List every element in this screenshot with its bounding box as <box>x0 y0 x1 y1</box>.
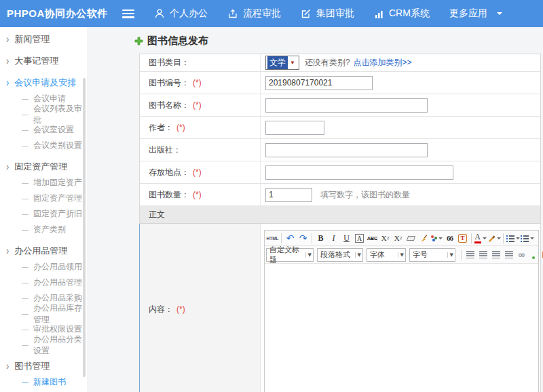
publisher-input[interactable] <box>265 143 428 157</box>
font-color-button[interactable]: A <box>474 232 487 245</box>
field-label: 图书数量： (*) <box>140 184 261 205</box>
align-justify-button[interactable] <box>503 248 515 261</box>
required-marker: (*) <box>193 78 202 87</box>
underline-button[interactable]: U <box>341 232 353 245</box>
dash-icon: — <box>22 195 29 202</box>
italic-button[interactable]: I <box>328 232 340 245</box>
form-row-book-no: 图书编号： (*) <box>140 72 540 94</box>
redo-button[interactable]: ↷ <box>297 232 310 245</box>
align-right-button[interactable] <box>490 248 502 261</box>
sidebar-item-new-book[interactable]: — 新建图书 <box>0 374 87 390</box>
clear-format-button[interactable] <box>418 232 430 245</box>
form-row-book-name: 图书名称： (*) <box>140 94 540 117</box>
font-size-select[interactable]: 字号▼ <box>409 248 455 262</box>
editor-content-area[interactable] <box>265 264 538 392</box>
book-category-select[interactable]: 文学 ▼ <box>265 56 299 70</box>
select-arrow-icon: ▼ <box>305 252 312 258</box>
dash-icon: — <box>22 95 29 102</box>
highlight-pen-button[interactable] <box>487 232 501 245</box>
dash-icon: — <box>22 226 29 233</box>
align-center-button[interactable] <box>477 248 489 261</box>
strikethrough-button[interactable]: ABC <box>367 232 379 245</box>
paragraph-format-select[interactable]: 段落格式▼ <box>317 248 363 262</box>
font-family-select[interactable]: 字体▼ <box>367 248 406 262</box>
sidebar-item-meeting-room-settings[interactable]: — 会议室设置 <box>0 122 87 138</box>
html-source-button[interactable]: HTML <box>267 232 279 245</box>
ordered-list-icon <box>506 235 514 242</box>
eraser-button[interactable] <box>405 232 417 245</box>
form-row-publisher: 出版社： <box>140 139 540 161</box>
chevron-right-icon: › <box>6 54 9 67</box>
caret-down-icon <box>497 237 501 241</box>
app-logo: PHPOA协同办公软件 <box>0 7 117 20</box>
field-label: 图书编号： (*) <box>140 72 261 94</box>
chevron-right-icon: › <box>6 244 9 257</box>
sidebar-item-fixed-asset-depreciation[interactable]: — 固定资产折旧 <box>0 206 87 222</box>
paste-text-button[interactable]: T <box>457 232 469 245</box>
dash-icon: — <box>22 279 29 286</box>
sidebar-group-news[interactable]: › 新闻管理 <box>0 31 87 47</box>
main-content: 图书信息发布 图书类目： 文学 ▼ 还没有类别? 点击添加类别>> 图书编号： … <box>87 27 543 392</box>
sidebar-group-meeting[interactable]: › 会议申请及安排 <box>0 74 87 91</box>
caret-down-icon <box>438 237 443 241</box>
add-category-link[interactable]: 点击添加类别>> <box>354 57 412 68</box>
location-input[interactable] <box>265 165 453 180</box>
sidebar-item-supplies-inventory[interactable]: — 办公用品库存管理 <box>0 306 87 321</box>
page-title: 图书信息发布 <box>134 35 543 47</box>
quantity-input[interactable] <box>265 188 312 202</box>
menu-toggle-icon[interactable] <box>122 9 134 18</box>
book-name-input[interactable] <box>265 98 428 113</box>
field-label: 内容： (*) <box>140 224 261 392</box>
sidebar-item-asset-category[interactable]: — 资产类别 <box>0 222 87 237</box>
eraser-icon <box>407 236 415 241</box>
top-navigation-bar: PHPOA协同办公软件 个人办公 流程审批 集团审批 CRM系统 更多应用 <box>0 0 543 27</box>
subscript-button[interactable]: X2 <box>392 232 405 245</box>
link-button[interactable]: ∞ <box>516 248 528 261</box>
unlink-button[interactable] <box>529 248 541 261</box>
nav-workflow-approval[interactable]: 流程审批 <box>227 7 281 20</box>
caret-down-icon <box>483 237 487 241</box>
nav-more-apps[interactable]: 更多应用 <box>449 7 487 20</box>
sidebar-item-add-fixed-asset[interactable]: — 增加固定资产 <box>0 175 87 191</box>
author-input[interactable] <box>265 121 324 135</box>
paint-format-button[interactable] <box>431 232 443 245</box>
required-marker: (*) <box>193 190 202 199</box>
bar-chart-icon <box>374 9 384 19</box>
undo-button[interactable]: ↶ <box>284 232 297 245</box>
blockquote-button[interactable]: 66 <box>444 232 456 245</box>
sidebar-item-supplies-management[interactable]: — 办公用品管理 <box>0 275 87 290</box>
dash-icon: — <box>22 142 29 149</box>
dash-icon: — <box>22 179 29 187</box>
dash-icon: — <box>22 210 29 218</box>
ordered-list-button[interactable] <box>506 232 520 245</box>
required-marker: (*) <box>193 168 202 177</box>
align-center-icon <box>479 251 487 258</box>
superscript-button[interactable]: X2 <box>379 232 392 245</box>
sidebar-item-supplies-category-settings[interactable]: — 办公用品分类设置 <box>0 337 87 353</box>
sidebar-item-fixed-asset-management[interactable]: — 固定资产管理 <box>0 191 87 206</box>
field-label: 存放地点： (*) <box>140 161 261 183</box>
sidebar-group-books[interactable]: › 图书管理 <box>0 357 87 374</box>
align-left-button[interactable] <box>464 248 476 261</box>
unordered-list-button[interactable] <box>521 232 534 245</box>
nav-label: CRM系统 <box>389 7 430 20</box>
bold-button[interactable]: B <box>315 232 327 245</box>
nav-personal-office[interactable]: 个人办公 <box>154 7 208 20</box>
nav-group-approval[interactable]: 集团审批 <box>301 7 354 20</box>
chevron-right-icon: › <box>6 160 9 173</box>
font-frame-button[interactable]: A <box>354 232 366 245</box>
sidebar-item-meeting-category-settings[interactable]: — 会议类别设置 <box>0 138 87 153</box>
custom-heading-select[interactable]: 自定义标题▼ <box>266 248 314 262</box>
sidebar-scrollbar[interactable] <box>83 78 86 377</box>
nav-crm-system[interactable]: CRM系统 <box>374 7 430 20</box>
sidebar-item-meeting-list-approval[interactable]: — 会议列表及审批 <box>0 106 87 122</box>
sidebar-item-supplies-requisition[interactable]: — 办公用品领用 <box>0 259 87 275</box>
more-apps-caret-icon[interactable] <box>497 12 502 18</box>
form-row-author: 作者： (*) <box>140 117 540 139</box>
form-row-quantity: 图书数量： (*) 填写数字，该图书的数量 <box>140 184 540 206</box>
sidebar-group-office-supplies[interactable]: › 办公用品管理 <box>0 242 87 259</box>
sidebar-group-fixed-assets[interactable]: › 固定资产管理 <box>0 158 87 175</box>
sidebar-group-memorabilia[interactable]: › 大事记管理 <box>0 52 87 69</box>
book-no-input[interactable] <box>265 76 373 90</box>
nav-label: 个人办公 <box>170 7 208 20</box>
